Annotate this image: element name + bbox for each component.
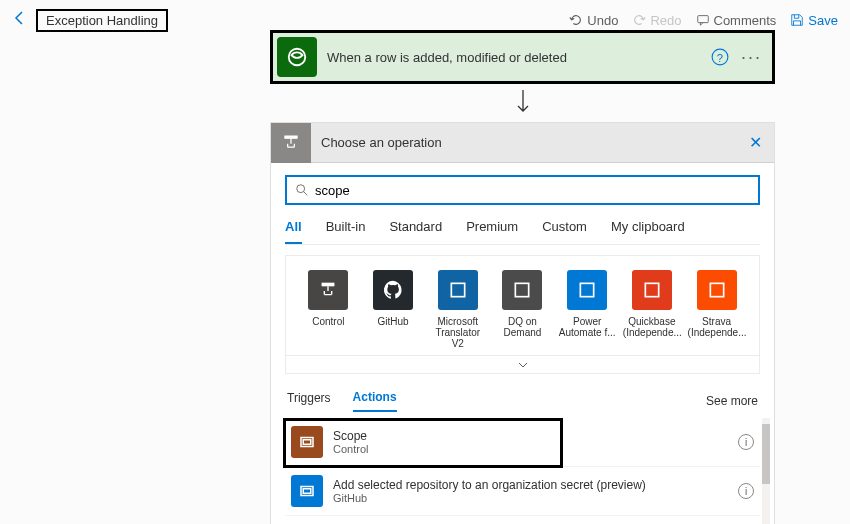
help-icon[interactable]: ? [711, 48, 729, 66]
connector-icon [373, 270, 413, 310]
tab-builtin[interactable]: Built-in [326, 219, 366, 244]
connector-label: Strava (Independe... [688, 316, 746, 338]
connector-strava-independe-[interactable]: Strava (Independe... [688, 270, 746, 349]
svg-rect-6 [322, 283, 335, 287]
svg-rect-13 [303, 440, 311, 445]
redo-button: Redo [632, 13, 681, 28]
svg-text:?: ? [717, 52, 723, 64]
search-input[interactable] [315, 183, 750, 198]
connector-github[interactable]: GitHub [364, 270, 422, 349]
connector-label: Power Automate f... [558, 316, 616, 338]
action-item[interactable]: ScopeControli [285, 418, 760, 467]
tab-custom[interactable]: Custom [542, 219, 587, 244]
save-label: Save [808, 13, 838, 28]
chevron-down-icon [518, 362, 528, 368]
see-more-link[interactable]: See more [706, 394, 758, 408]
info-icon[interactable]: i [738, 483, 754, 499]
svg-rect-15 [303, 489, 311, 494]
connector-control[interactable]: Control [299, 270, 357, 349]
search-icon [295, 183, 309, 197]
tab-standard[interactable]: Standard [389, 219, 442, 244]
action-subtitle: Control [333, 443, 730, 455]
operation-icon [271, 123, 311, 163]
comments-button[interactable]: Comments [696, 13, 777, 28]
tab-clipboard[interactable]: My clipboard [611, 219, 685, 244]
connector-label: GitHub [364, 316, 422, 327]
redo-label: Redo [650, 13, 681, 28]
comments-icon [696, 13, 710, 27]
connector-tabs: All Built-in Standard Premium Custom My … [285, 219, 760, 245]
connector-label: DQ on Demand [493, 316, 551, 338]
connector-dq-on-demand[interactable]: DQ on Demand [493, 270, 551, 349]
action-title: Scope [333, 429, 730, 443]
dataverse-icon [277, 37, 317, 77]
tab-premium[interactable]: Premium [466, 219, 518, 244]
subtab-triggers[interactable]: Triggers [287, 391, 331, 411]
connector-icon [697, 270, 737, 310]
action-title: Add selected repository to an organizati… [333, 478, 730, 492]
connector-icon [308, 270, 348, 310]
comments-label: Comments [714, 13, 777, 28]
svg-rect-9 [580, 283, 593, 296]
connector-label: Control [299, 316, 357, 327]
connector-icon [567, 270, 607, 310]
action-item[interactable]: Remove selected repository from an organ… [285, 516, 760, 524]
operation-picker: Choose an operation ✕ All Built-in Stand… [270, 122, 775, 524]
search-box[interactable] [285, 175, 760, 205]
save-button[interactable]: Save [790, 13, 838, 28]
action-icon [291, 475, 323, 507]
connector-label: Quickbase (Independe... [623, 316, 681, 338]
connector-icon [438, 270, 478, 310]
trigger-title: When a row is added, modified or deleted [321, 50, 711, 65]
operation-header-title: Choose an operation [311, 135, 749, 150]
action-icon [291, 426, 323, 458]
undo-button[interactable]: Undo [569, 13, 618, 28]
connector-power-automate-f-[interactable]: Power Automate f... [558, 270, 616, 349]
info-icon[interactable]: i [738, 434, 754, 450]
svg-rect-4 [284, 135, 297, 138]
svg-rect-7 [451, 283, 464, 296]
actions-list: ScopeControliAdd selected repository to … [285, 418, 760, 524]
save-icon [790, 13, 804, 27]
trigger-card[interactable]: When a row is added, modified or deleted… [270, 30, 775, 84]
svg-rect-11 [710, 283, 723, 296]
redo-icon [632, 13, 646, 27]
undo-icon [569, 13, 583, 27]
flow-title[interactable]: Exception Handling [36, 9, 168, 32]
back-arrow[interactable] [12, 10, 28, 31]
tab-all[interactable]: All [285, 219, 302, 244]
subtab-actions[interactable]: Actions [353, 390, 397, 412]
svg-rect-8 [516, 283, 529, 296]
connector-icon [632, 270, 672, 310]
connector-quickbase-independe-[interactable]: Quickbase (Independe... [623, 270, 681, 349]
svg-rect-10 [645, 283, 658, 296]
connector-label: Microsoft Translator V2 [429, 316, 487, 349]
connector-icon [502, 270, 542, 310]
svg-rect-0 [697, 16, 708, 23]
undo-label: Undo [587, 13, 618, 28]
action-item[interactable]: Add selected repository to an organizati… [285, 467, 760, 516]
action-subtitle: GitHub [333, 492, 730, 504]
svg-point-5 [297, 185, 305, 193]
close-icon[interactable]: ✕ [749, 133, 762, 152]
trigger-menu[interactable]: ··· [741, 47, 762, 68]
scrollbar[interactable] [762, 418, 770, 524]
connectors-grid: ControlGitHubMicrosoft Translator V2DQ o… [285, 255, 760, 356]
expand-connectors[interactable] [285, 356, 760, 374]
connector-microsoft-translator-v2[interactable]: Microsoft Translator V2 [429, 270, 487, 349]
flow-arrow [270, 90, 775, 118]
